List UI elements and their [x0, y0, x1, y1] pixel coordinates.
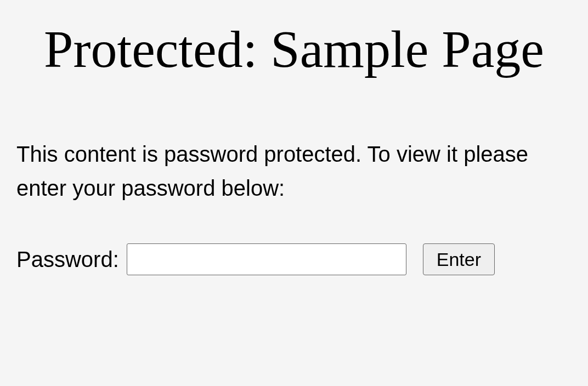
- password-form: Password: Enter: [16, 243, 572, 275]
- password-prompt-text: This content is password protected. To v…: [16, 137, 572, 205]
- page-title: Protected: Sample Page: [16, 16, 572, 82]
- password-label: Password:: [16, 247, 119, 272]
- password-input[interactable]: [127, 243, 406, 275]
- enter-button[interactable]: Enter: [423, 243, 495, 275]
